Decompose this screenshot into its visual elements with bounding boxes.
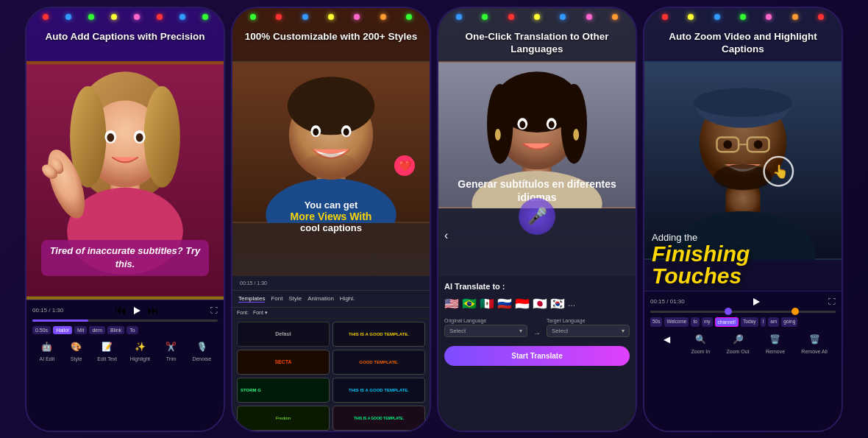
flag-mx: 🇲🇽 [480,297,494,311]
timeline-chip-5: To [127,326,138,334]
tab-animation[interactable]: Animation [307,295,334,303]
remove-label: Remove [766,349,785,354]
tool-edit-text[interactable]: 📝 Edit Text [97,339,117,361]
tl-chip-my: my [702,317,713,327]
fairy-lights-1 [26,8,224,26]
flag-row: 🇺🇸 🇧🇷 🇲🇽 🇷🇺 🇮🇩 🇯🇵 🇰🇷 ... [444,297,630,311]
card4-expand-icon[interactable]: ⛶ [828,297,836,305]
template-secta-label: SECTA [274,359,291,364]
card1-progress-bar[interactable] [32,319,218,322]
original-lang-chevron: ▾ [519,328,522,334]
card4-progress-bar[interactable] [650,311,836,313]
tool-trim[interactable]: ✂️ Trim [163,339,179,361]
card1-time: 00:15 / 1:30 [32,307,63,314]
card1-title-area: Auto Add Captions with Precision [26,27,224,46]
light-yellow-1 [111,14,117,20]
heart-badge: ❤️ [394,155,415,176]
svg-point-22 [344,128,349,135]
svg-point-35 [495,129,501,141]
card1-timeline: 0.50s Hallo! Mit dem Blink To [32,326,218,334]
card4-title: Auto Zoom Video and Highlight Captions [656,30,830,56]
original-lang-select[interactable]: Select ▾ [444,325,527,337]
flag-id: 🇮🇩 [515,297,530,311]
highlight-icon: ✨ [132,339,148,355]
tool-denoise[interactable]: 🎙️ Denoise [192,339,211,361]
svg-point-36 [573,129,579,141]
template-secta[interactable]: SECTA [237,350,330,375]
card2-title-area: 100% Customizable with 200+ Styles [232,27,430,46]
card1-toolbar: 🤖 AI Edit 🎨 Style 📝 Edit Text ✨ Highligh… [32,339,218,361]
light-r4-1 [662,14,668,20]
timeline-chip-3: dem [89,326,105,334]
svg-point-9 [107,133,114,141]
phone-card-4: Auto Zoom Video and Highlight Captions [643,7,843,432]
card1-play-button[interactable] [131,305,143,317]
template-fredom[interactable]: Fredom [237,406,330,431]
ai-edit-label: AI Edit [40,356,55,361]
card1-expand-icon[interactable]: ⛶ [210,306,218,314]
light-green-1 [88,14,94,20]
tl-chip-channel[interactable]: channel! [715,317,739,327]
target-lang-container: Target Language Select ▾ [547,318,630,337]
tool-zoom-in[interactable]: 🔍 Zoom In [691,331,710,354]
svg-point-33 [519,121,525,128]
template-1[interactable]: THIS IS A GOOD TEMPLATE. [332,322,425,347]
back-icon-4: ◀ [658,331,675,347]
denoise-label: Denoise [192,356,211,361]
tool-remove-all[interactable]: 🗑️ Remove All [801,331,827,354]
back-arrow-button[interactable]: ‹ [444,229,448,242]
zoom-in-icon: 🔍 [692,331,708,347]
tool-highlight[interactable]: ✨ Highlight [130,339,150,361]
tool-ai-edit[interactable]: 🤖 AI Edit [39,339,55,361]
fairy-lights-2 [232,8,430,26]
phone-card-3: One-Click Translation to Other Languages [437,7,637,432]
card1-skip-forward-button[interactable]: ⏭ [147,305,159,317]
card1-skip-back-button[interactable]: ⏮ [115,305,127,317]
card2-person-image [232,61,430,223]
card4-play-button[interactable] [750,296,762,308]
remove-all-label: Remove All [801,349,827,354]
template-2[interactable]: GOOD TEMPLATE. [332,350,425,375]
tool-back-4[interactable]: ◀ [658,331,675,354]
tool-style[interactable]: 🎨 Style [68,339,85,361]
tab-templates[interactable]: Templates [238,295,265,303]
edit-text-icon: 📝 [99,339,115,355]
light-r3-1 [508,14,514,20]
svg-point-6 [144,85,180,187]
svg-text:👆: 👆 [772,163,789,179]
svg-point-29 [487,84,513,163]
template-2-text: GOOD TEMPLATE. [359,360,399,364]
tl-chip-i: I [761,317,766,327]
tab-font[interactable]: Font [271,295,282,303]
tl-chip-0: 50s [650,317,662,327]
card4-marker[interactable] [791,308,799,315]
template-3[interactable]: THIS IS A GOOD TEMPLATE. [332,378,425,403]
more-flags: ... [568,298,575,308]
card4-progress-handle[interactable] [725,308,732,315]
light-blue-1 [65,14,71,20]
template-default[interactable]: Defaul [237,322,330,347]
flag-jp: 🇯🇵 [533,297,547,311]
tab-style[interactable]: Style [288,295,302,303]
template-default-label: Defaul [275,331,291,336]
original-lang-container: Original Language Select ▾ [444,318,527,337]
template-4-text: THIS IS A GOOD TEMPLATE. [354,416,404,420]
timeline-chip-1[interactable]: Hallo! [53,326,72,334]
light-g-2 [406,14,412,20]
tool-remove[interactable]: 🗑️ Remove [766,331,785,354]
target-lang-chevron: ▾ [622,328,625,334]
font-row: Font: Font ▾ [232,308,430,319]
tl-chip-today: Today [741,317,758,327]
finishing-overlay: Adding the Finishing Touches [652,232,834,287]
target-lang-select[interactable]: Select ▾ [547,325,630,337]
fairy-lights-4 [644,8,842,26]
template-4[interactable]: THIS IS A GOOD TEMPLATE. [332,406,425,431]
light-o-1 [380,14,386,20]
font-selector[interactable]: Font ▾ [253,310,268,316]
tool-zoom-out[interactable]: 🔎 Zoom Out [727,331,750,354]
start-translate-button[interactable]: Start Translate [444,346,630,366]
card4-player: 00:15 / 01:30 ⛶ 50s Welcome to my channe… [644,291,842,431]
tab-highlight[interactable]: Highl. [340,295,355,303]
template-storm[interactable]: STORM G [237,378,330,403]
light-red-1 [43,14,49,20]
